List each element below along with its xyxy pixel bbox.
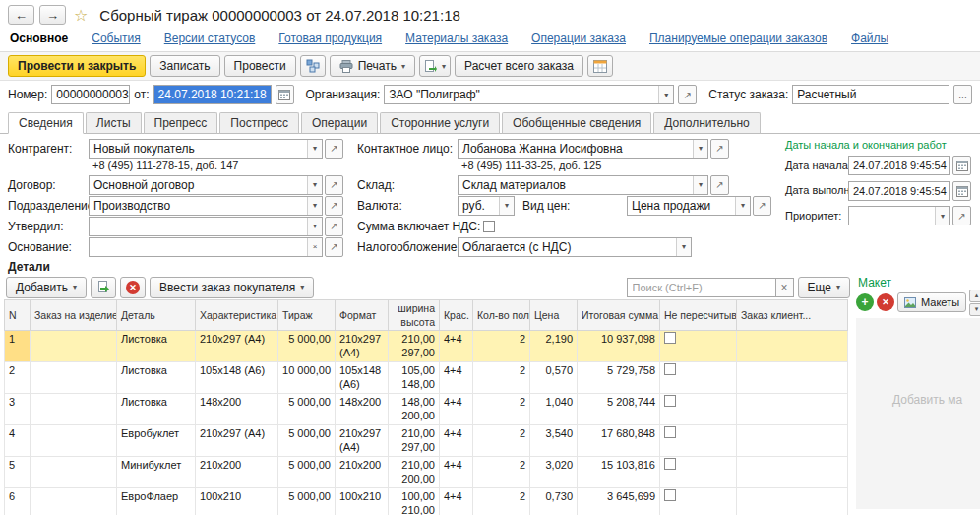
cell-char[interactable]: 148x200: [196, 394, 278, 425]
dropdown-icon[interactable]: ▾: [307, 140, 322, 158]
cell-detail[interactable]: ЕвроФлаер: [117, 488, 196, 515]
page-tab[interactable]: Препресс: [144, 112, 218, 134]
back-button[interactable]: ←: [8, 5, 34, 25]
cell-order[interactable]: [31, 394, 117, 425]
utverdil-field[interactable]: ▾: [89, 217, 323, 236]
col-format[interactable]: Формат: [336, 300, 389, 331]
calculation-button[interactable]: [587, 55, 613, 77]
cell-tirazh[interactable]: 10 000,00: [278, 362, 336, 394]
col-norecalc[interactable]: Не пересчитывать: [660, 300, 737, 331]
cell-n[interactable]: 4: [5, 425, 31, 457]
col-total[interactable]: Итоговая сумма: [578, 300, 660, 331]
cell-char[interactable]: 210x200: [196, 457, 278, 488]
contact-open-button[interactable]: ↗: [710, 139, 729, 159]
sklad-field[interactable]: Склад материалов▾: [458, 175, 708, 195]
cell-detail[interactable]: Листовка: [117, 362, 196, 394]
dogovor-open-button[interactable]: ↗: [325, 175, 343, 195]
section-tab[interactable]: Готовая продукция: [278, 32, 382, 45]
write-button[interactable]: Записать: [150, 55, 219, 77]
maket-dropzone[interactable]: Добавить ма: [856, 318, 980, 509]
cell-order[interactable]: [31, 457, 117, 488]
cell-format[interactable]: 105x148(А6): [336, 362, 389, 394]
cell-kras[interactable]: 4+4: [440, 394, 473, 425]
cell-client[interactable]: [737, 425, 848, 457]
more-button[interactable]: Еще▾: [798, 277, 850, 298]
cell-tirazh[interactable]: 5 000,00: [278, 331, 336, 362]
date-done-calendar-button[interactable]: [952, 181, 971, 201]
dropdown-icon[interactable]: ▾: [307, 218, 322, 235]
cell-client[interactable]: [737, 331, 848, 362]
clear-icon[interactable]: ×: [307, 238, 322, 256]
cell-polos[interactable]: 2: [473, 457, 530, 488]
cell-norecalc[interactable]: [660, 394, 737, 425]
fill-button[interactable]: [91, 277, 116, 298]
cell-kras[interactable]: 4+4: [440, 457, 473, 488]
org-open-button[interactable]: ↗: [678, 85, 697, 104]
print-button[interactable]: Печать▾: [330, 55, 415, 77]
cell-n[interactable]: 6: [5, 488, 31, 515]
cell-polos[interactable]: 2: [473, 362, 530, 394]
cell-kras[interactable]: 4+4: [440, 488, 473, 515]
cell-polos[interactable]: 2: [473, 425, 530, 457]
cell-n[interactable]: 1: [5, 331, 31, 362]
cell-price[interactable]: 2,190: [530, 331, 578, 362]
cell-client[interactable]: [737, 457, 848, 488]
cell-norecalc[interactable]: [660, 362, 737, 394]
dropdown-icon[interactable]: ▾: [935, 207, 949, 225]
date-calendar-button[interactable]: [276, 85, 294, 104]
utverdil-open-button[interactable]: ↗: [325, 217, 343, 236]
cell-order[interactable]: [31, 425, 117, 457]
cell-format[interactable]: 100x210: [336, 488, 389, 515]
cell-format[interactable]: 210x297(А4): [336, 425, 389, 457]
cell-kras[interactable]: 4+4: [440, 425, 473, 457]
page-tab[interactable]: Листы: [86, 112, 142, 134]
section-tab[interactable]: Основное: [10, 32, 68, 45]
search-clear-button[interactable]: ×: [776, 278, 794, 297]
date-field[interactable]: 24.07.2018 10:21:18: [153, 85, 272, 104]
section-tab[interactable]: События: [92, 32, 141, 45]
dropdown-icon[interactable]: ▾: [307, 176, 322, 194]
cell-polos[interactable]: 2: [473, 394, 530, 425]
cell-char[interactable]: 210x297 (А4): [196, 331, 278, 362]
cell-tirazh[interactable]: 5 000,00: [278, 457, 336, 488]
sklad-open-button[interactable]: ↗: [710, 175, 729, 195]
cell-n[interactable]: 5: [5, 457, 31, 488]
priority-open-button[interactable]: ↗: [952, 206, 971, 225]
table-row[interactable]: 3 Листовка 148x200 5 000,00 148x200 148,…: [5, 394, 848, 425]
section-tab[interactable]: Операции заказа: [531, 32, 626, 45]
date-start-field[interactable]: 24.07.2018 9:45:54: [848, 156, 950, 175]
norecalc-checkbox[interactable]: [664, 489, 676, 501]
cell-price[interactable]: 0,730: [530, 488, 578, 515]
col-price[interactable]: Цена: [530, 300, 578, 331]
cell-total[interactable]: 3 645,699: [578, 488, 660, 515]
cell-size[interactable]: 148,00200,00: [389, 394, 440, 425]
table-row[interactable]: 6 ЕвроФлаер 100x210 5 000,00 100x210 100…: [5, 488, 848, 515]
cell-polos[interactable]: 2: [473, 488, 530, 515]
date-done-field[interactable]: 24.07.2018 9:45:54: [848, 181, 950, 201]
document-structure-button[interactable]: [300, 55, 326, 77]
section-tab[interactable]: Файлы: [851, 32, 888, 45]
cell-norecalc[interactable]: [660, 331, 737, 362]
cell-tirazh[interactable]: 5 000,00: [278, 394, 336, 425]
cell-size[interactable]: 210,00200,00: [389, 457, 440, 488]
cell-tirazh[interactable]: 5 000,00: [278, 425, 336, 457]
post-button[interactable]: Провести: [224, 55, 296, 77]
cell-order[interactable]: [31, 331, 117, 362]
section-tab[interactable]: Планируемые операции заказов: [649, 32, 827, 45]
nalog-field[interactable]: Облагается (с НДС)▾: [458, 237, 692, 257]
valuta-field[interactable]: руб.▾: [458, 196, 515, 216]
add-row-button[interactable]: Добавить▾: [6, 277, 87, 298]
cell-char[interactable]: 105x148 (А6): [196, 362, 278, 394]
table-row[interactable]: 4 Евробуклет 210x297 (А4) 5 000,00 210x2…: [5, 425, 848, 457]
vid-cen-open-button[interactable]: ↗: [753, 196, 771, 216]
table-row[interactable]: 2 Листовка 105x148 (А6) 10 000,00 105x14…: [5, 362, 848, 394]
page-tab[interactable]: Дополнительно: [653, 112, 760, 134]
org-dropdown-icon[interactable]: ▾: [658, 86, 673, 103]
col-client[interactable]: Заказ клиент...: [737, 300, 848, 331]
cell-format[interactable]: 210x200: [336, 457, 389, 488]
maket-panel-down-button[interactable]: ▾: [969, 303, 980, 316]
cell-detail[interactable]: Листовка: [117, 394, 196, 425]
norecalc-checkbox[interactable]: [664, 426, 676, 438]
favorite-star-icon[interactable]: ☆: [74, 6, 88, 25]
calc-order-button[interactable]: Расчет всего заказа: [455, 55, 583, 77]
